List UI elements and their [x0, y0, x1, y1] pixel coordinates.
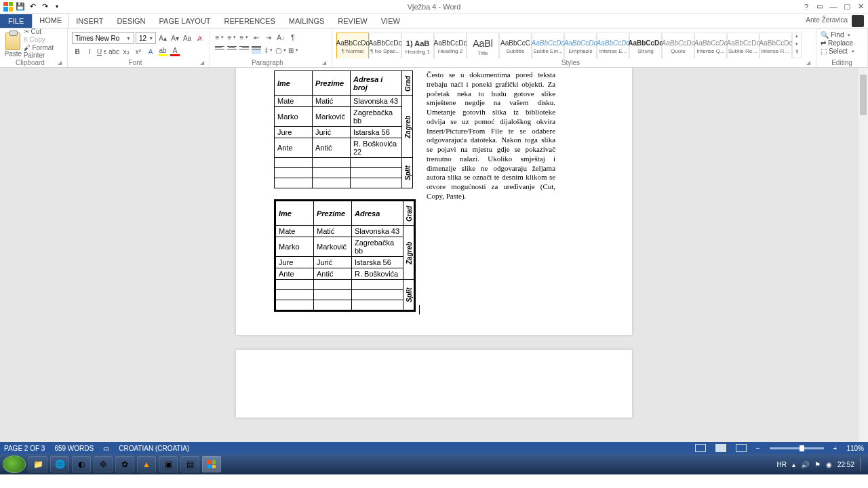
tray-sound-icon[interactable]: 🔊 [801, 461, 809, 468]
view-web-icon[interactable] [736, 444, 747, 452]
show-desktop-button[interactable] [860, 458, 864, 471]
taskbar-explorer-icon[interactable]: 📁 [28, 456, 47, 472]
tab-references[interactable]: REFERENCES [218, 14, 282, 28]
select-button[interactable]: ⬚ Select ▾ [821, 47, 863, 55]
style-item[interactable]: AaBbCcDcSubtle Ref... [727, 33, 760, 58]
justify-button[interactable] [251, 45, 262, 56]
table-1[interactable]: ImePrezimeAdresa i brojGradMateMatićSlav… [274, 70, 413, 188]
zoom-level[interactable]: 110% [846, 445, 864, 452]
page-next[interactable] [236, 350, 632, 418]
copy-button[interactable]: ⎘ Copy [24, 36, 63, 43]
user-avatar[interactable] [852, 15, 864, 27]
tray-lang[interactable]: HR [777, 461, 787, 468]
grow-font-icon[interactable]: A▴ [157, 33, 168, 43]
align-right-button[interactable] [239, 45, 250, 56]
paragraph-launcher-icon[interactable]: ◢ [321, 60, 328, 66]
superscript-button[interactable]: x² [133, 46, 144, 57]
tab-file[interactable]: FILE [0, 14, 32, 28]
taskbar-app4-icon[interactable]: ▤ [180, 456, 199, 472]
start-button[interactable] [3, 455, 26, 473]
change-case-icon[interactable]: Aa [182, 33, 193, 43]
tray-net-icon[interactable]: ▴ [792, 461, 795, 468]
format-painter-button[interactable]: 🖌 Format Painter [24, 44, 63, 59]
styles-gallery[interactable]: AaBbCcDc¶ NormalAaBbCcDc¶ No Spac...1) A… [336, 30, 812, 58]
zoom-in-button[interactable]: + [833, 445, 837, 452]
vertical-scrollbar[interactable] [859, 68, 868, 442]
style-item[interactable]: AaBbCcDcStrong [629, 33, 662, 58]
maximize-icon[interactable]: ▢ [841, 1, 853, 12]
align-left-button[interactable] [214, 45, 225, 56]
taskbar-vlc-icon[interactable]: ▲ [137, 456, 156, 472]
borders-button[interactable]: ⊞▾ [288, 45, 298, 56]
style-item[interactable]: AaBbCcDcIntense Q... [694, 33, 727, 58]
tab-view[interactable]: VIEW [374, 14, 407, 28]
tab-insert[interactable]: INSERT [69, 14, 110, 28]
style-item[interactable]: AaBbCcDcQuote [662, 33, 694, 58]
tab-mailings[interactable]: MAILINGS [282, 14, 332, 28]
user-name[interactable]: Ante Žeravica [806, 16, 848, 24]
align-center-button[interactable] [226, 45, 237, 56]
style-item[interactable]: AaBbCcDc¶ Normal [336, 33, 369, 58]
sort-button[interactable]: A↓ [275, 32, 286, 43]
numbering-button[interactable]: ≡▾ [226, 32, 237, 43]
status-words[interactable]: 659 WORDS [54, 445, 94, 452]
minimize-icon[interactable]: — [827, 1, 840, 12]
taskbar-word-icon[interactable] [202, 456, 221, 472]
document-area[interactable]: ImePrezimeAdresa i brojGradMateMatićSlav… [0, 68, 868, 442]
style-item[interactable]: 1) AaBHeading 1 [401, 33, 434, 58]
view-read-icon[interactable] [695, 444, 706, 452]
text-effects-icon[interactable]: A [145, 46, 156, 57]
table-2[interactable]: ImePrezimeAdresaGradMateMatićSlavonska 4… [275, 201, 414, 310]
line-spacing-button[interactable]: ‡▾ [263, 45, 274, 56]
decrease-indent-button[interactable]: ⇤ [251, 32, 262, 43]
increase-indent-button[interactable]: ⇥ [263, 32, 274, 43]
font-launcher-icon[interactable]: ◢ [199, 60, 205, 66]
styles-more-button[interactable]: ▴▾⊽ [792, 33, 802, 58]
tab-review[interactable]: REVIEW [331, 14, 374, 28]
font-size-select[interactable]: 12▼ [136, 32, 156, 44]
font-color-button[interactable]: A [170, 46, 180, 57]
bullets-button[interactable]: ≡▾ [214, 32, 225, 43]
close-icon[interactable]: ✕ [854, 1, 867, 12]
clipboard-launcher-icon[interactable]: ◢ [56, 60, 63, 66]
style-item[interactable]: AaBbCcDcIntense Re... [760, 33, 792, 58]
taskbar-app3-icon[interactable]: ✿ [115, 456, 134, 472]
style-item[interactable]: AaBlTitle [467, 33, 499, 58]
page[interactable]: ImePrezimeAdresa i brojGradMateMatićSlav… [236, 68, 632, 335]
find-button[interactable]: 🔍 Find ▾ [821, 31, 863, 39]
style-item[interactable]: AaBbCcDcEmphasis [564, 33, 597, 58]
shading-button[interactable]: ▢▾ [275, 45, 286, 56]
zoom-out-button[interactable]: − [756, 445, 760, 452]
save-icon[interactable]: 💾 [15, 1, 26, 12]
strike-button[interactable]: abc [108, 46, 119, 57]
bold-button[interactable]: B [72, 46, 83, 57]
taskbar-app2-icon[interactable]: ⚙ [94, 456, 113, 472]
style-item[interactable]: AaBbCcDcSubtle Em... [532, 33, 564, 58]
replace-button[interactable]: ⇄ Replace [821, 39, 863, 47]
tray-time[interactable]: 22:52 [837, 461, 854, 468]
help-icon[interactable]: ? [800, 1, 812, 12]
font-name-select[interactable]: Times New Ro▼ [72, 32, 134, 44]
clear-format-icon[interactable]: A̷ [194, 33, 205, 43]
highlight-button[interactable]: ab [157, 46, 168, 57]
tab-page-layout[interactable]: PAGE LAYOUT [153, 14, 218, 28]
taskbar-chrome-icon[interactable]: 🌐 [50, 456, 69, 472]
style-item[interactable]: AaBbCcDc¶ No Spac... [369, 33, 401, 58]
paste-button[interactable]: Paste [4, 30, 22, 58]
style-item[interactable]: AaBbCcCSubtitle [499, 33, 532, 58]
multilevel-button[interactable]: ≡▾ [239, 32, 250, 43]
taskbar-cmd-icon[interactable]: ▣ [159, 456, 178, 472]
italic-button[interactable]: I [84, 46, 95, 57]
undo-icon[interactable]: ↶ [27, 1, 38, 12]
style-item[interactable]: AaBbCcDcIntense E... [597, 33, 629, 58]
taskbar-app-icon[interactable]: ◐ [72, 456, 91, 472]
status-proof-icon[interactable]: ▭ [103, 445, 109, 452]
redo-icon[interactable]: ↷ [39, 1, 50, 12]
underline-button[interactable]: U▾ [96, 46, 107, 57]
zoom-slider[interactable] [770, 447, 824, 449]
cut-button[interactable]: ✂ Cut [24, 28, 63, 35]
shrink-font-icon[interactable]: A▾ [170, 33, 180, 43]
tray-flag-icon[interactable]: ⚑ [814, 461, 821, 468]
tray-shield-icon[interactable]: ◉ [826, 461, 832, 468]
view-print-icon[interactable] [715, 444, 726, 452]
